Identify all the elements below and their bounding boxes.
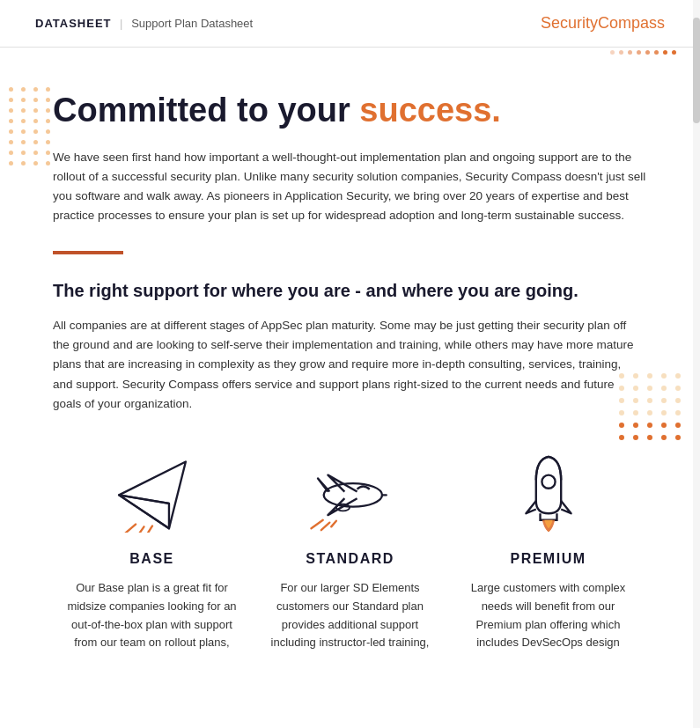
plan-premium-icon [491, 449, 606, 537]
hero-title: Committed to your success. [53, 92, 647, 130]
dot-deco [645, 50, 650, 55]
plan-premium: PREMIUM Large customers with complex nee… [449, 449, 647, 652]
rocket-icon [500, 453, 597, 533]
hero-title-main: Committed to your [53, 92, 359, 129]
left-dot-decoration [0, 74, 61, 179]
dot-deco [637, 50, 641, 55]
section-title: The right support for where you are - an… [53, 279, 647, 302]
svg-line-10 [331, 521, 336, 527]
main-content: Committed to your success. We have seen … [0, 48, 700, 688]
plans-section: BASE Our Base plan is a great fit for mi… [53, 449, 647, 652]
dot-deco [610, 50, 615, 55]
dot-deco [654, 50, 659, 55]
svg-marker-2 [119, 495, 169, 528]
plan-standard: STANDARD For our larger SD Elements cust… [251, 449, 449, 652]
hero-title-accent: success. [359, 92, 501, 129]
plan-standard-icon [293, 449, 408, 537]
plan-standard-name: STANDARD [306, 551, 394, 567]
header-divider: | [121, 17, 123, 31]
hero-description: We have seen first hand how important a … [53, 148, 647, 226]
svg-point-11 [542, 475, 555, 489]
header: DATASHEET | Support Plan Datasheet Secur… [0, 0, 700, 48]
dot-deco [672, 50, 676, 55]
plan-base-name: BASE [129, 551, 173, 567]
header-subtitle: Support Plan Datasheet [131, 17, 253, 30]
plan-premium-description: Large customers with complex needs will … [462, 579, 634, 652]
header-left: DATASHEET | Support Plan Datasheet [35, 17, 253, 31]
paper-plane-icon [104, 453, 201, 533]
dot-deco [628, 50, 632, 55]
plan-base-icon [95, 449, 210, 537]
right-dot-decoration [619, 373, 682, 440]
top-decorative-dots [610, 48, 689, 56]
svg-line-8 [311, 520, 322, 528]
header-logo: SecurityCompass [541, 14, 665, 33]
header-label: DATASHEET [35, 17, 112, 30]
orange-divider [53, 251, 123, 254]
svg-line-9 [321, 523, 328, 531]
plan-base-description: Our Base plan is a great fit for midsize… [66, 579, 238, 652]
plan-premium-name: PREMIUM [510, 551, 586, 567]
jet-plane-icon [302, 453, 399, 533]
logo-accent: Compass [598, 14, 665, 32]
dot-deco [619, 50, 623, 55]
svg-line-5 [148, 526, 152, 533]
svg-line-4 [137, 526, 144, 533]
dot-deco [663, 50, 667, 55]
logo-text: Security [541, 14, 598, 32]
svg-point-6 [323, 483, 381, 507]
svg-line-3 [122, 525, 135, 533]
section-description: All companies are at different stages of… [53, 316, 634, 414]
plan-base: BASE Our Base plan is a great fit for mi… [53, 449, 251, 652]
plan-standard-description: For our larger SD Elements customers our… [264, 579, 436, 652]
